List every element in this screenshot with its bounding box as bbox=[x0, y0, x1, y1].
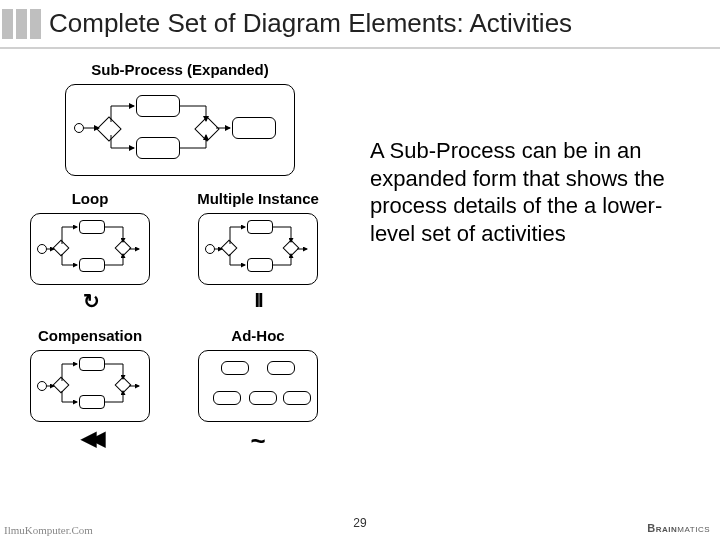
multiple-instance-box bbox=[198, 213, 318, 285]
row-loop-multi: Loop ↻ bbox=[20, 186, 340, 313]
title-bar: Complete Set of Diagram Elements: Activi… bbox=[0, 0, 720, 49]
loop-marker-icon: ↻ bbox=[20, 289, 160, 313]
footer-right-logo: Brainmatics bbox=[647, 522, 710, 534]
label-adhoc: Ad-Hoc bbox=[188, 327, 328, 344]
footer-right-rest: matics bbox=[677, 522, 710, 534]
content-area: Sub-Process (Expanded) Loop bbox=[0, 49, 720, 457]
cell-loop: Loop ↻ bbox=[20, 186, 160, 313]
page-number: 29 bbox=[353, 516, 366, 530]
description-text: A Sub-Process can be in an expanded form… bbox=[370, 137, 690, 247]
row-comp-adhoc: Compensation ◀◀ bbox=[20, 323, 340, 457]
diagram-column: Sub-Process (Expanded) Loop bbox=[20, 57, 340, 457]
label-subprocess: Sub-Process (Expanded) bbox=[65, 61, 295, 78]
compensation-box bbox=[30, 350, 150, 422]
subprocess-expanded-box bbox=[65, 84, 295, 176]
footer-left: IlmuKomputer.Com bbox=[4, 524, 93, 536]
cell-adhoc: Ad-Hoc ~ bbox=[188, 323, 328, 457]
adhoc-box bbox=[198, 350, 318, 422]
footer-right-bold: Brain bbox=[647, 522, 677, 534]
label-multiple-instance: Multiple Instance bbox=[188, 190, 328, 207]
multiple-instance-marker-icon: II bbox=[188, 289, 328, 312]
page-title: Complete Set of Diagram Elements: Activi… bbox=[49, 8, 572, 39]
cell-multiple-instance: Multiple Instance I bbox=[188, 186, 328, 313]
adhoc-marker-icon: ~ bbox=[188, 426, 328, 457]
label-compensation: Compensation bbox=[20, 327, 160, 344]
label-loop: Loop bbox=[20, 190, 160, 207]
loop-box bbox=[30, 213, 150, 285]
compensation-marker-icon: ◀◀ bbox=[20, 426, 160, 450]
cell-compensation: Compensation ◀◀ bbox=[20, 323, 160, 457]
description-column: A Sub-Process can be in an expanded form… bbox=[340, 57, 710, 457]
title-accent-stripes bbox=[2, 9, 41, 39]
